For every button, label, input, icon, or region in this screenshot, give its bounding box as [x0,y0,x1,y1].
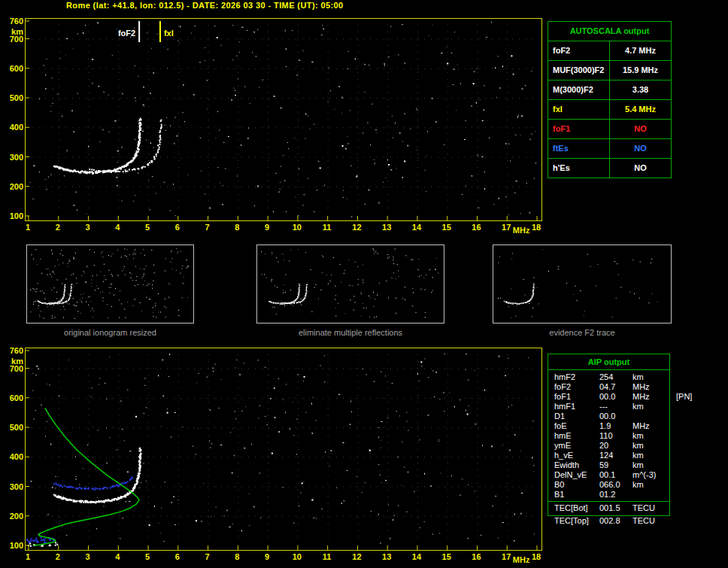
thumbnail-plot [27,245,193,323]
top-ionogram-plot [26,19,541,220]
param-label: h'Es [548,159,610,178]
aip-name: foE [554,421,599,431]
aip-name: DelN_vE [554,470,599,480]
x-tick-label: 5 [138,223,156,232]
aip-val: --- [599,402,632,412]
y-tick-label: 760 [2,17,23,26]
x-tick-label: 14 [408,223,426,232]
y-tick-label: 400 [2,452,23,461]
aip-name: hmF1 [554,402,599,412]
y-axis-unit-label: km [2,357,23,366]
param-label: foF2 [548,41,610,60]
x-tick-label: 3 [79,223,97,232]
x-tick-label: 10 [288,223,306,232]
aip-name: D1 [554,412,599,421]
aip-separator [548,501,669,502]
y-tick-label: 760 [2,346,23,355]
top-ionogram-panel [25,18,542,221]
aip-val: 110 [599,431,632,441]
aip-name: TEC[Bot] [554,503,599,513]
aip-header: AIP output [548,354,669,370]
autoscala-row-m3000: M(3000)F2 3.38 [548,80,671,100]
param-label: M(3000)F2 [548,80,610,99]
aip-name: TEC[Top] [554,516,599,526]
thumbnail-multiple-reflections-removed [256,245,444,323]
aip-name: foF1 [554,392,599,402]
x-tick-label: 5 [138,552,156,561]
thumbnail-plot [493,245,671,323]
x-tick-label: 7 [199,223,217,232]
x-tick-label: 13 [378,552,396,561]
autoscala-output-panel: AUTOSCALA output foF2 4.7 MHz MUF(3000)F… [548,21,672,178]
y-tick-label: 300 [2,153,23,162]
aip-val: 59 [599,460,632,470]
thumbnail-caption: evidence F2 trace [493,328,672,337]
x-tick-label: 2 [49,223,67,232]
y-tick-label: 600 [2,64,23,73]
x-tick-label: 4 [108,223,126,232]
foF2-marker-label: foF2 [108,29,135,38]
aip-name: Ewidth [554,460,599,470]
aip-unit: km [632,480,669,490]
aip-tec-top: TEC[Top]002.8TECU [548,516,670,526]
x-tick-label: 11 [318,223,336,232]
y-axis-unit-label: km [2,27,23,36]
aip-unit [632,490,669,500]
aip-unit: km [632,460,669,470]
autoscala-row-hes: h'Es NO [548,159,671,178]
aip-row: ymE20km [554,441,669,451]
aip-unit: km [632,441,669,451]
aip-name: B1 [554,490,599,500]
x-axis-unit-label: MHz [512,226,530,235]
aip-row: h_vE124km [554,451,669,460]
param-value: 3.38 [610,80,671,99]
x-tick-label: 6 [168,552,187,561]
autoscala-row-ftes: ftEs NO [548,139,671,159]
y-tick-label: 500 [2,423,23,432]
aip-row: Ewidth59km [554,460,669,470]
param-label: fxl [548,100,610,119]
param-value: NO [610,139,671,158]
autoscala-row-fxl: fxl 5.4 MHz [548,100,671,120]
aip-name: foF2 [554,382,599,392]
aip-row: B0066.0km [554,480,669,490]
aip-output-panel: AIP output hmF2254kmfoF204.7MHzfoF100.0M… [548,354,670,516]
thumbnail-caption: original ionogram resized [26,328,194,337]
y-tick-label: 100 [2,211,23,220]
aip-row: B101.2 [554,490,669,500]
aip-val: 00.0 [599,392,632,402]
aip-unit: km [632,372,669,382]
thumbnail-caption: eliminate multiple reflections [256,328,444,337]
thumbnail-original-ionogram [26,245,194,323]
aip-val: 124 [599,451,632,460]
x-tick-label: 13 [378,223,396,232]
aip-name: ymE [554,441,599,451]
aip-row: foE1.9MHz [554,421,669,431]
aip-val: 04.7 [599,382,632,392]
aip-tec-bottom: TEC[Bot]001.5TECU [548,503,669,515]
aip-unit: m^(-3) [632,470,669,480]
aip-val: 254 [599,372,632,382]
aip-val: 00.1 [599,470,632,480]
x-tick-label: 14 [408,552,426,561]
aip-name: hmF2 [554,372,599,382]
aip-unit: km [632,431,669,441]
autoscala-row-fof2: foF2 4.7 MHz [548,41,671,61]
aip-val: 20 [599,441,632,451]
y-tick-label: 500 [2,93,23,102]
autoscala-screen: Rome (lat: +41.8, lon: 012.5) - DATE: 20… [0,0,728,568]
x-tick-label: 11 [318,552,336,561]
aip-unit: km [632,451,669,460]
aip-row: hmF1---km [554,402,669,412]
autoscala-row-muf: MUF(3000)F2 15.9 MHz [548,61,671,80]
y-tick-label: 200 [2,182,23,191]
y-tick-label: 600 [2,393,23,402]
autoscala-row-fof1: foF1 NO [548,120,671,139]
aip-row: DelN_vE00.1m^(-3) [554,470,669,480]
param-value: 4.7 MHz [610,41,671,60]
aip-rows: hmF2254kmfoF204.7MHzfoF100.0MHz[PN]hmF1-… [548,370,669,500]
x-tick-label: 1 [19,552,37,561]
aip-unit: TECU [632,516,670,526]
aip-name: B0 [554,480,599,490]
y-tick-label: 100 [2,541,23,550]
